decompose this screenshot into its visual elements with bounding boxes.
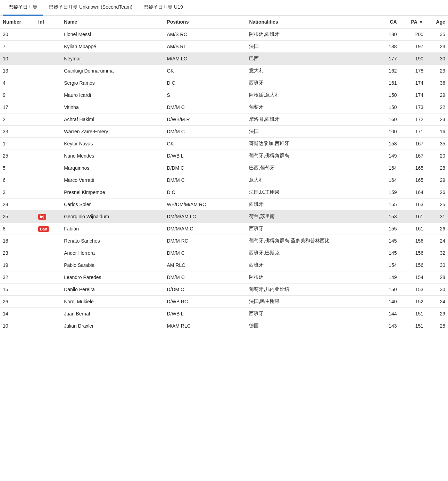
player-inf <box>35 259 61 271</box>
player-pa: 151 <box>400 308 426 320</box>
player-age: 25 <box>426 199 448 211</box>
player-age: 30 <box>426 53 448 65</box>
player-inf <box>35 235 61 247</box>
player-inf <box>35 138 61 150</box>
player-number: 23 <box>0 247 35 259</box>
player-ca: 159 <box>374 186 400 199</box>
table-row[interactable]: 33Warren Zaïre-EmeryDM/M C法国10017116 <box>0 126 448 138</box>
player-positions: D/WB/M R <box>164 113 246 126</box>
tab-main[interactable]: 巴黎圣日耳曼 <box>3 0 43 16</box>
table-header: NumberInfNamePositionsNationalitiesCAPA … <box>0 16 448 28</box>
player-ca: 150 <box>374 89 400 101</box>
player-positions: DM/M C <box>164 126 246 138</box>
header-row: NumberInfNamePositionsNationalitiesCAPA … <box>0 16 448 28</box>
player-positions: AM RLC <box>164 259 246 271</box>
player-pa: 164 <box>400 186 426 199</box>
tab-second[interactable]: 巴黎圣日耳曼 Unknown (SecondTeam) <box>43 0 138 16</box>
player-inf <box>35 247 61 259</box>
table-row[interactable]: 3Presnel KimpembeD C法国,民主刚果15916426 <box>0 186 448 199</box>
table-row[interactable]: 8BanFabiánDM/M/AM C西班牙15516126 <box>0 223 448 235</box>
table-row[interactable]: 7Kylian MbappéAM/S RL法国18819723 <box>0 41 448 53</box>
player-inf: Inj <box>35 211 61 223</box>
injury-badge: Inj <box>38 214 46 220</box>
table-row[interactable]: 14Juan BernatD/WB L西班牙14415129 <box>0 308 448 320</box>
tabs-container: 巴黎圣日耳曼巴黎圣日耳曼 Unknown (SecondTeam)巴黎圣日耳曼 … <box>0 0 448 16</box>
table-row[interactable]: 32Leandro ParedesDM/M C阿根廷14915428 <box>0 271 448 284</box>
table-row[interactable]: 15Danilo PereiraD/DM C葡萄牙,几内亚比绍15015330 <box>0 284 448 296</box>
player-nationalities: 西班牙 <box>246 259 374 271</box>
player-ca: 164 <box>374 162 400 174</box>
player-positions: AM/S RL <box>164 41 246 53</box>
table-row[interactable]: 28Carlos SolerWB/DM/M/AM RC西班牙15516325 <box>0 199 448 211</box>
player-nationalities: 巴西 <box>246 53 374 65</box>
player-age: 24 <box>426 235 448 247</box>
player-positions: D/DM C <box>164 162 246 174</box>
ban-badge: Ban <box>38 226 49 232</box>
player-name: Vitinha <box>61 101 164 113</box>
player-inf <box>35 284 61 296</box>
player-number: 10 <box>0 320 35 332</box>
player-ca: 149 <box>374 271 400 284</box>
table-row[interactable]: 13Gianluigi DonnarummaGK意大利16217823 <box>0 65 448 77</box>
player-ca: 161 <box>374 77 400 89</box>
table-row[interactable]: 5MarquinhosD/DM C巴西,葡萄牙16416528 <box>0 162 448 174</box>
table-row[interactable]: 10Julian DraxlerM/AM RLC德国14315128 <box>0 320 448 332</box>
table-row[interactable]: 6Marco VerrattiDM/M C意大利16416529 <box>0 174 448 186</box>
table-row[interactable]: 4Sergio RamosD C西班牙16117436 <box>0 77 448 89</box>
table-row[interactable]: 1Keylor NavasGK哥斯达黎加,西班牙15816735 <box>0 138 448 150</box>
table-row[interactable]: 26Nordi MukieleD/WB RC法国,民主刚果14015224 <box>0 296 448 308</box>
player-pa: 156 <box>400 247 426 259</box>
player-inf <box>35 320 61 332</box>
player-name: Renato Sanches <box>61 235 164 247</box>
player-age: 32 <box>426 247 448 259</box>
table-row[interactable]: 23Ander HerreraDM/M C西班牙,巴斯克14515632 <box>0 247 448 259</box>
player-positions: D/WB L <box>164 308 246 320</box>
player-inf <box>35 308 61 320</box>
table-row[interactable]: 19Pablo SarabiaAM RLC西班牙15415630 <box>0 259 448 271</box>
player-inf <box>35 113 61 126</box>
player-name: Danilo Pereira <box>61 284 164 296</box>
player-number: 25 <box>0 150 35 162</box>
player-nationalities: 阿根廷 <box>246 271 374 284</box>
table-row[interactable]: 10NeymarM/AM LC巴西17719030 <box>0 53 448 65</box>
player-ca: 154 <box>374 259 400 271</box>
player-nationalities: 西班牙,巴斯克 <box>246 247 374 259</box>
player-age: 20 <box>426 150 448 162</box>
table-row[interactable]: 30Lionel MessiAM/S RC阿根廷,西班牙18020035 <box>0 28 448 41</box>
table-row[interactable]: 18Renato SanchesDM/M RC葡萄牙,佛得角群岛,圣多美和普林西… <box>0 235 448 247</box>
table-row[interactable]: 2Achraf HakimiD/WB/M R摩洛哥,西班牙16017223 <box>0 113 448 126</box>
player-age: 26 <box>426 186 448 199</box>
player-ca: 188 <box>374 41 400 53</box>
player-age: 35 <box>426 28 448 41</box>
player-number: 7 <box>0 41 35 53</box>
table-row[interactable]: 9Mauro IcardiS阿根廷,意大利15017429 <box>0 89 448 101</box>
player-positions: M/AM LC <box>164 53 246 65</box>
player-pa: 200 <box>400 28 426 41</box>
player-ca: 153 <box>374 211 400 223</box>
table-row[interactable]: 17VitinhaDM/M C葡萄牙15017322 <box>0 101 448 113</box>
player-inf <box>35 53 61 65</box>
player-nationalities: 西班牙 <box>246 199 374 211</box>
player-pa: 174 <box>400 89 426 101</box>
player-name: Warren Zaïre-Emery <box>61 126 164 138</box>
player-nationalities: 意大利 <box>246 174 374 186</box>
player-number: 8 <box>0 223 35 235</box>
player-nationalities: 葡萄牙 <box>246 101 374 113</box>
tab-u19[interactable]: 巴黎圣日耳曼 U19 <box>138 0 189 16</box>
player-table: NumberInfNamePositionsNationalitiesCAPA … <box>0 16 448 332</box>
player-nationalities: 西班牙 <box>246 223 374 235</box>
table-row[interactable]: 25Nuno MendesD/WB L葡萄牙,佛得角群岛14916720 <box>0 150 448 162</box>
player-pa: 172 <box>400 113 426 126</box>
player-age: 23 <box>426 41 448 53</box>
player-inf <box>35 186 61 199</box>
player-pa: 153 <box>400 284 426 296</box>
player-number: 10 <box>0 53 35 65</box>
col-header-pa[interactable]: PA ▼ <box>400 16 426 28</box>
player-nationalities: 德国 <box>246 320 374 332</box>
player-name: Lionel Messi <box>61 28 164 41</box>
player-name: Carlos Soler <box>61 199 164 211</box>
player-name: Marco Verratti <box>61 174 164 186</box>
player-name: Fabián <box>61 223 164 235</box>
player-inf <box>35 101 61 113</box>
table-row[interactable]: 25InjGeorginio WijnaldumDM/M/AM LC荷兰,苏里南… <box>0 211 448 223</box>
